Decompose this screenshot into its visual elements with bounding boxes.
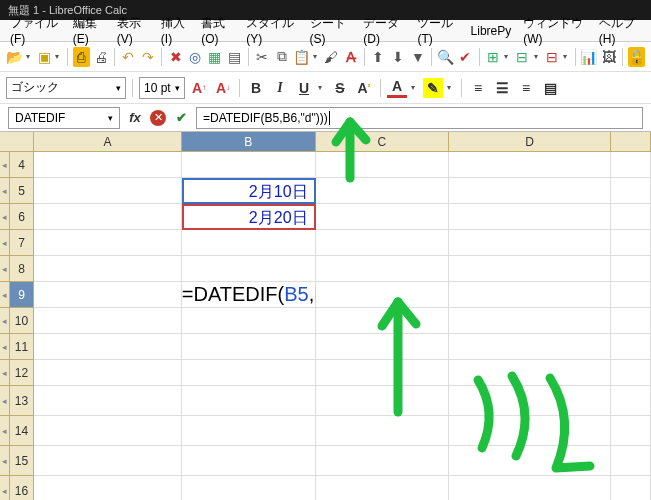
row-handle[interactable]: ◂: [0, 152, 10, 178]
row-handle[interactable]: ◂: [0, 282, 10, 308]
column-header-A[interactable]: A: [34, 132, 182, 152]
row-handle[interactable]: ◂: [0, 386, 10, 416]
cell-C16[interactable]: [316, 476, 450, 500]
cell-C10[interactable]: [316, 308, 450, 334]
cell-14[interactable]: [611, 416, 651, 446]
cell-C6[interactable]: [316, 204, 450, 230]
cell-8[interactable]: [611, 256, 651, 282]
delete-row-icon[interactable]: ⊟: [543, 47, 560, 67]
cell-B7[interactable]: [182, 230, 316, 256]
cell-D11[interactable]: [449, 334, 611, 360]
row-header-4[interactable]: 4: [10, 152, 34, 178]
cell-D5[interactable]: [449, 178, 611, 204]
spellcheck-icon[interactable]: ✔: [457, 47, 474, 67]
align-center-icon[interactable]: ☰: [492, 78, 512, 98]
cell-C11[interactable]: [316, 334, 450, 360]
align-left-icon[interactable]: ≡: [468, 78, 488, 98]
cell-B14[interactable]: [182, 416, 316, 446]
font-name-combo[interactable]: ゴシック ▾: [6, 77, 126, 99]
row-handle[interactable]: ◂: [0, 446, 10, 476]
cell-B15[interactable]: [182, 446, 316, 476]
gallery-icon[interactable]: ▦: [207, 47, 224, 67]
menu-format[interactable]: 書式(O): [195, 13, 240, 48]
column-header-C[interactable]: C: [316, 132, 450, 152]
accept-icon[interactable]: ✔: [172, 109, 190, 127]
column-header-B[interactable]: B: [182, 132, 316, 152]
cell-D14[interactable]: [449, 416, 611, 446]
font-size-combo[interactable]: 10 pt ▾: [139, 77, 185, 99]
row-handle[interactable]: ◂: [0, 416, 10, 446]
cell-9[interactable]: [611, 282, 651, 308]
save-icon[interactable]: ▣: [36, 47, 53, 67]
cell-A16[interactable]: [34, 476, 182, 500]
cell-A11[interactable]: [34, 334, 182, 360]
cell-5[interactable]: [611, 178, 651, 204]
row-handle[interactable]: ◂: [0, 178, 10, 204]
menu-data[interactable]: データ(D): [357, 13, 411, 48]
grow-font-icon[interactable]: A↑: [189, 78, 209, 98]
cell-13[interactable]: [611, 386, 651, 416]
row-header-5[interactable]: 5: [10, 178, 34, 204]
cell-15[interactable]: [611, 446, 651, 476]
menu-view[interactable]: 表示(V): [111, 13, 155, 48]
row-header-9[interactable]: 9: [10, 282, 34, 308]
cell-A5[interactable]: [34, 178, 182, 204]
menu-help[interactable]: ヘルプ(H): [593, 13, 647, 48]
datasources-icon[interactable]: ▤: [226, 47, 243, 67]
italic-icon[interactable]: I: [270, 78, 290, 98]
formula-input[interactable]: =DATEDIF(B5,B6,"d"))): [196, 107, 643, 129]
cell-grid[interactable]: 2月10日2月20日=DATEDIF(B5,B6,"d"))): [34, 152, 651, 500]
cell-B10[interactable]: [182, 308, 316, 334]
cell-12[interactable]: [611, 360, 651, 386]
cell-D10[interactable]: [449, 308, 611, 334]
menu-file[interactable]: ファイル(F): [4, 13, 67, 48]
cell-B5[interactable]: 2月10日: [182, 178, 316, 204]
cell-D7[interactable]: [449, 230, 611, 256]
cell-D16[interactable]: [449, 476, 611, 500]
cell-B9[interactable]: =DATEDIF(B5,B6,"d"))): [182, 282, 316, 308]
cell-B4[interactable]: [182, 152, 316, 178]
cell-16[interactable]: [611, 476, 651, 500]
row-handle[interactable]: ◂: [0, 256, 10, 282]
column-header-rest[interactable]: [611, 132, 651, 152]
menu-librepy[interactable]: LibrePy: [465, 22, 518, 40]
row-handle[interactable]: ◂: [0, 230, 10, 256]
export-pdf-icon[interactable]: ⎙: [73, 47, 90, 67]
cell-B13[interactable]: [182, 386, 316, 416]
cell-10[interactable]: [611, 308, 651, 334]
cell-A8[interactable]: [34, 256, 182, 282]
highlight-color-icon[interactable]: ✎: [423, 78, 443, 98]
sort-desc-icon[interactable]: ⬇: [390, 47, 407, 67]
shrink-font-icon[interactable]: A↓: [213, 78, 233, 98]
cell-C9[interactable]: [316, 282, 450, 308]
cell-A9[interactable]: [34, 282, 182, 308]
cell-B6[interactable]: 2月20日: [182, 204, 316, 230]
cell-4[interactable]: [611, 152, 651, 178]
cell-A10[interactable]: [34, 308, 182, 334]
row-header-12[interactable]: 12: [10, 360, 34, 386]
row-header-14[interactable]: 14: [10, 416, 34, 446]
cell-11[interactable]: [611, 334, 651, 360]
row-header-13[interactable]: 13: [10, 386, 34, 416]
cell-C15[interactable]: [316, 446, 450, 476]
cell-A4[interactable]: [34, 152, 182, 178]
open-icon[interactable]: 📂: [6, 47, 23, 67]
row-handle[interactable]: ◂: [0, 476, 10, 500]
cell-A7[interactable]: [34, 230, 182, 256]
cut-icon[interactable]: ✂: [254, 47, 271, 67]
dropdown-icon[interactable]: ▾: [534, 52, 541, 61]
chart-icon[interactable]: 📊: [580, 47, 597, 67]
row-header-6[interactable]: 6: [10, 204, 34, 230]
cell-C8[interactable]: [316, 256, 450, 282]
lock-icon[interactable]: 🔒: [628, 47, 645, 67]
copy-icon[interactable]: ⧉: [274, 47, 291, 67]
menu-style[interactable]: スタイル(Y): [240, 13, 303, 48]
cell-B12[interactable]: [182, 360, 316, 386]
cell-C7[interactable]: [316, 230, 450, 256]
close-icon[interactable]: ✖: [167, 47, 184, 67]
cell-B16[interactable]: [182, 476, 316, 500]
row-handle[interactable]: ◂: [0, 308, 10, 334]
cell-C14[interactable]: [316, 416, 450, 446]
row-header-16[interactable]: 16: [10, 476, 34, 500]
cell-D8[interactable]: [449, 256, 611, 282]
